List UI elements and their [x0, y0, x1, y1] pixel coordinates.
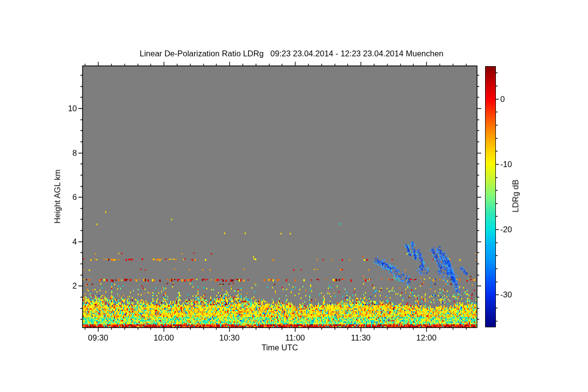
- x-axis-label: Time UTC: [262, 343, 298, 352]
- colorbar-tick-label: 0: [500, 95, 505, 103]
- y-tick-label: 2: [73, 282, 77, 290]
- y-tick-label: 4: [73, 237, 77, 245]
- chart-title: Linear De-Polarization Ratio LDRg 09:23 …: [140, 49, 443, 58]
- colorbar-gradient: [485, 66, 496, 327]
- x-tick-label: 10:30: [220, 334, 240, 342]
- colorbar-tick-label: -30: [500, 291, 512, 299]
- x-tick-label: 11:00: [285, 334, 305, 342]
- y-tick-label: 6: [73, 193, 77, 201]
- y-axis-label: Height AGL km: [53, 170, 62, 223]
- x-tick-label: 12:00: [416, 334, 437, 342]
- colorbar-label: LDRg dB: [512, 180, 520, 213]
- colorbar-tick-label: -20: [500, 225, 512, 234]
- y-tick-label: 10: [68, 104, 77, 113]
- x-tick-label: 10:00: [154, 334, 174, 342]
- ldr-time-height-plot: Linear De-Polarization Ratio LDRg 09:23 …: [0, 0, 588, 392]
- x-tick-label: 11:30: [351, 334, 370, 342]
- x-tick-label: 09:30: [88, 334, 108, 342]
- colorbar-tick-label: -10: [500, 160, 512, 169]
- y-tick-label: 8: [73, 148, 77, 157]
